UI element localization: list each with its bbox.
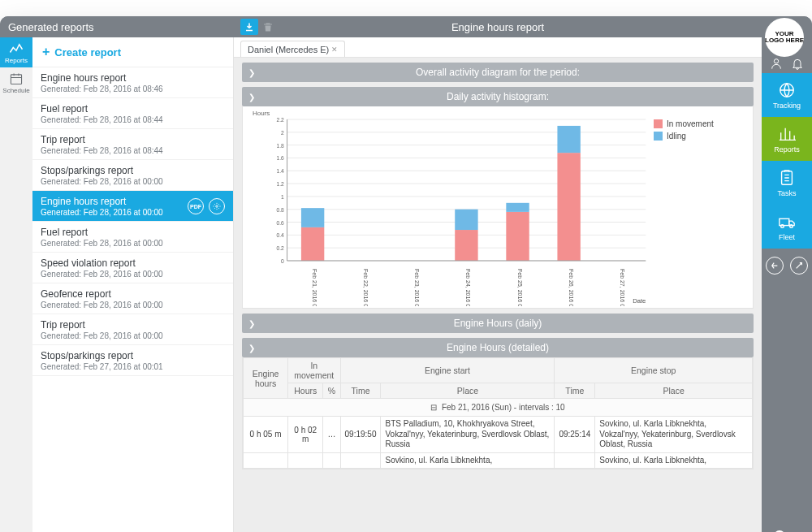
main-content: Daniel (Mercedes E) ✕ ❯ Overall activity… bbox=[234, 37, 762, 532]
topbar: Generated reports Engine hours report YO… bbox=[0, 16, 812, 37]
report-subtitle: Generated: Feb 28, 2016 at 08:44 bbox=[41, 146, 225, 155]
report-subtitle: Generated: Feb 28, 2016 at 00:00 bbox=[41, 301, 225, 309]
svg-rect-37 bbox=[557, 153, 580, 261]
report-title: Trip report bbox=[41, 134, 225, 145]
svg-text:1.4: 1.4 bbox=[276, 168, 283, 174]
svg-text:Date: Date bbox=[633, 297, 646, 305]
panel-histogram-header[interactable]: ❯ Daily activity histogram: bbox=[242, 87, 754, 106]
svg-text:Feb 26, 2016 0…: Feb 26, 2016 0… bbox=[568, 269, 574, 306]
report-subtitle: Generated: Feb 28, 2016 at 00:00 bbox=[41, 177, 225, 186]
svg-point-44 bbox=[774, 59, 778, 63]
report-item[interactable]: Fuel report Generated: Feb 28, 2016 at 0… bbox=[32, 222, 233, 253]
svg-text:Feb 27, 2016 0…: Feb 27, 2016 0… bbox=[620, 269, 625, 306]
panel-overall[interactable]: ❯ Overall activity diagram for the perio… bbox=[242, 63, 754, 82]
report-title: Stops/parkings report bbox=[41, 165, 225, 176]
col-engine-start: Engine start bbox=[340, 358, 555, 383]
report-item[interactable]: Engine hours report Generated: Feb 28, 2… bbox=[32, 191, 233, 222]
report-subtitle: Generated: Feb 28, 2016 at 00:00 bbox=[41, 208, 163, 217]
svg-text:1.8: 1.8 bbox=[276, 142, 283, 148]
report-item[interactable]: Speed violation report Generated: Feb 28… bbox=[32, 253, 233, 283]
report-title: Stops/parkings report bbox=[41, 350, 225, 361]
help-button[interactable]: ? Help bbox=[762, 526, 812, 532]
report-title: Speed violation report bbox=[41, 257, 225, 269]
svg-rect-26 bbox=[301, 227, 324, 261]
chevron-down-icon: ❯ bbox=[248, 344, 255, 353]
svg-text:1.2: 1.2 bbox=[276, 181, 283, 187]
pdf-button[interactable]: PDF bbox=[188, 198, 204, 214]
leftnav-label: Schedule bbox=[2, 87, 29, 94]
svg-point-1 bbox=[216, 205, 218, 208]
user-icon[interactable] bbox=[770, 57, 783, 70]
svg-rect-0 bbox=[11, 75, 21, 84]
panel-detailed-header[interactable]: ❯ Engine Hours (detailed) bbox=[242, 338, 754, 357]
download-button[interactable] bbox=[240, 19, 258, 35]
chevron-right-icon: ❯ bbox=[248, 319, 255, 328]
histogram-chart: Hours 00.20.40.60.811.21.41.61.822.2Feb … bbox=[242, 106, 754, 309]
report-subtitle: Generated: Feb 28, 2016 at 08:46 bbox=[41, 84, 225, 93]
leftnav-schedule[interactable]: Schedule bbox=[0, 67, 32, 97]
plus-icon: + bbox=[42, 45, 50, 59]
report-subtitle: Generated: Feb 28, 2016 at 00:00 bbox=[41, 331, 225, 340]
close-icon[interactable]: ✕ bbox=[331, 45, 338, 54]
svg-text:Feb 23, 2016 0…: Feb 23, 2016 0… bbox=[414, 269, 420, 306]
gear-icon[interactable] bbox=[209, 198, 225, 214]
table-row: 0 h 05 m0 h 02 m… 09:19:50BTS Palladium,… bbox=[244, 417, 753, 453]
report-subtitle: Generated: Feb 28, 2016 at 00:00 bbox=[41, 239, 225, 248]
tab-vehicle[interactable]: Daniel (Mercedes E) ✕ bbox=[240, 41, 345, 57]
reports-sidebar: + Create report Engine hours report Gene… bbox=[32, 37, 234, 532]
report-item[interactable]: Trip report Generated: Feb 28, 2016 at 0… bbox=[32, 129, 233, 160]
report-item[interactable]: Trip report Generated: Feb 28, 2016 at 0… bbox=[32, 314, 233, 345]
delete-button[interactable] bbox=[261, 20, 274, 33]
tool-button-2[interactable] bbox=[790, 257, 808, 275]
tab-row: Daniel (Mercedes E) ✕ bbox=[234, 37, 762, 58]
svg-rect-35 bbox=[506, 203, 529, 212]
right-nav: Tracking Reports Tasks Fleet ? Help bbox=[762, 37, 812, 532]
leftnav-label: Reports bbox=[5, 57, 28, 64]
svg-text:0.2: 0.2 bbox=[276, 245, 283, 251]
svg-text:0.6: 0.6 bbox=[276, 219, 283, 225]
report-subtitle: Generated: Feb 28, 2016 at 08:44 bbox=[41, 115, 225, 124]
svg-text:0: 0 bbox=[281, 258, 284, 264]
report-item[interactable]: Stops/parkings report Generated: Feb 28,… bbox=[32, 160, 233, 191]
engine-hours-table: Engine hours In movement Engine start En… bbox=[242, 357, 754, 469]
nav-reports[interactable]: Reports bbox=[762, 117, 812, 161]
create-report-button[interactable]: + Create report bbox=[32, 37, 233, 67]
report-title: Trip report bbox=[41, 319, 225, 331]
report-subtitle: Generated: Feb 28, 2016 at 00:00 bbox=[41, 270, 225, 279]
nav-tracking[interactable]: Tracking bbox=[762, 73, 812, 117]
svg-text:1.6: 1.6 bbox=[276, 155, 283, 161]
left-icon-column: Reports Schedule bbox=[0, 37, 32, 532]
nav-tasks[interactable]: Tasks bbox=[762, 161, 812, 205]
table-row: Sovkino, ul. Karla Libknekhta, Sovkino, … bbox=[244, 452, 753, 469]
panel-daily[interactable]: ❯ Engine Hours (daily) bbox=[242, 314, 754, 333]
report-title: Fuel report bbox=[41, 103, 225, 115]
legend-swatch-idling bbox=[654, 132, 663, 141]
table-group-row[interactable]: ⊟ Feb 21, 2016 (Sun) - intervals : 10 bbox=[244, 399, 753, 417]
report-item[interactable]: Engine hours report Generated: Feb 28, 2… bbox=[32, 67, 233, 98]
svg-rect-32 bbox=[455, 210, 477, 230]
svg-rect-31 bbox=[455, 230, 477, 261]
svg-rect-27 bbox=[301, 208, 324, 227]
leftnav-reports[interactable]: Reports bbox=[0, 37, 32, 67]
svg-text:0.8: 0.8 bbox=[276, 207, 283, 213]
svg-rect-47 bbox=[780, 218, 789, 225]
svg-text:Feb 22, 2016 0…: Feb 22, 2016 0… bbox=[363, 269, 369, 306]
bell-icon[interactable] bbox=[791, 57, 804, 70]
col-engine-hours: Engine hours bbox=[244, 358, 288, 399]
report-item[interactable]: Stops/parkings report Generated: Feb 27,… bbox=[32, 345, 233, 376]
report-title: Fuel report bbox=[41, 227, 225, 238]
report-item[interactable]: Geofence report Generated: Feb 28, 2016 … bbox=[32, 283, 233, 314]
sidebar-title: Generated reports bbox=[0, 16, 234, 37]
svg-text:2.2: 2.2 bbox=[276, 117, 283, 123]
chevron-right-icon: ❯ bbox=[248, 68, 255, 77]
tool-button-1[interactable] bbox=[766, 257, 784, 275]
report-title: Engine hours report bbox=[41, 72, 225, 84]
svg-text:Feb 24, 2016 0…: Feb 24, 2016 0… bbox=[465, 269, 471, 306]
report-subtitle: Generated: Feb 27, 2016 at 00:01 bbox=[41, 362, 225, 371]
svg-text:0.4: 0.4 bbox=[276, 232, 283, 238]
col-engine-stop: Engine stop bbox=[555, 358, 753, 383]
svg-text:1: 1 bbox=[281, 194, 284, 200]
nav-fleet[interactable]: Fleet bbox=[762, 205, 812, 249]
page-title: Engine hours report bbox=[451, 21, 544, 33]
report-item[interactable]: Fuel report Generated: Feb 28, 2016 at 0… bbox=[32, 98, 233, 129]
